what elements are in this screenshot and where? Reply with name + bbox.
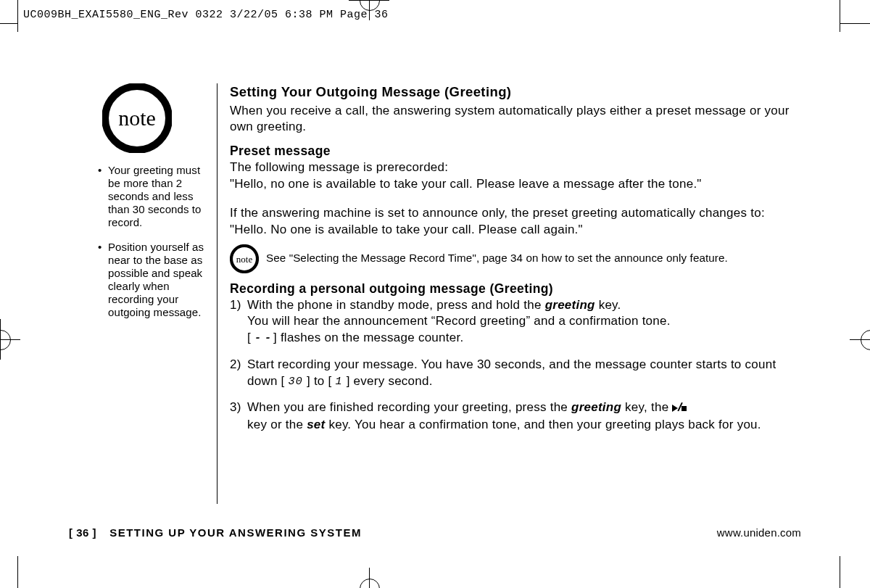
seven-segment-30-icon: 30 — [289, 375, 303, 389]
step-text: key, the — [621, 400, 672, 414]
crop-line — [840, 556, 840, 588]
crop-line — [0, 23, 17, 24]
step-text: When you are finished recording your gre… — [247, 400, 571, 414]
crop-target-right — [850, 319, 870, 360]
seven-segment-dash-icon — [254, 331, 270, 346]
subsection-heading: Preset message — [230, 143, 803, 160]
crop-target-top — [349, 0, 389, 20]
quoted-message: "Hello, no one is available to take your… — [230, 176, 803, 193]
body-text: The following message is prerecorded: — [230, 160, 803, 176]
quoted-message: "Hello. No one is available to take your… — [230, 222, 803, 239]
step-text: You will hear the announcement “Record g… — [247, 314, 671, 328]
main-column: Setting Your Outgoing Message (Greeting)… — [230, 83, 803, 444]
crop-target-left — [0, 319, 20, 360]
step-item: 3) When you are finished recording your … — [230, 399, 803, 433]
step-text: key. You hear a confirmation tone, and t… — [325, 418, 761, 431]
footer-url: www.uniden.com — [717, 526, 801, 539]
step-number: 2) — [230, 357, 241, 373]
crop-line — [840, 23, 870, 24]
page-body: note Your greeting must be more than 2 s… — [69, 83, 801, 518]
key-label: set — [307, 418, 325, 431]
sidebar-note-item: Your greeting must be more than 2 second… — [98, 164, 207, 229]
key-label: greeting — [571, 400, 621, 414]
step-text: With the phone in standby mode, press an… — [247, 298, 545, 312]
step-text: ] every second. — [343, 374, 433, 388]
step-text: [ — [247, 331, 254, 344]
step-number: 3) — [230, 399, 241, 416]
crop-target-bottom — [349, 568, 389, 588]
crop-line — [17, 0, 18, 32]
svg-text:note: note — [118, 106, 156, 130]
seven-segment-1-icon: 1 — [336, 375, 343, 389]
section-name: SETTING UP YOUR ANSWERING SYSTEM — [109, 526, 362, 539]
key-label: greeting — [545, 298, 595, 312]
crop-line — [17, 556, 18, 588]
intro-text: When you receive a call, the answering s… — [230, 103, 803, 136]
svg-text:note: note — [236, 254, 253, 265]
step-item: 2) Start recording your message. You hav… — [230, 357, 803, 390]
inline-note-row: note See "Selecting the Message Record T… — [230, 244, 803, 273]
page-footer: [ 36 ] SETTING UP YOUR ANSWERING SYSTEM … — [69, 526, 801, 539]
crop-line — [840, 0, 840, 32]
sidebar: note Your greeting must be more than 2 s… — [69, 83, 207, 331]
subsection-heading: Recording a personal outgoing message (G… — [230, 281, 803, 297]
steps-list: 1) With the phone in standby mode, press… — [230, 297, 803, 434]
section-heading: Setting Your Outgoing Message (Greeting) — [230, 83, 803, 102]
note-icon: note — [102, 83, 172, 153]
inline-note-text: See "Selecting the Message Record Time",… — [266, 251, 728, 265]
step-text: key. — [595, 298, 621, 312]
step-item: 1) With the phone in standby mode, press… — [230, 297, 803, 347]
play-stop-icon: / — [672, 400, 687, 417]
column-divider — [217, 83, 218, 504]
page-number: [ 36 ] — [69, 526, 96, 539]
body-text: If the answering machine is set to annou… — [230, 205, 803, 222]
step-text: ] flashes on the message counter. — [270, 331, 463, 344]
step-text: ] to [ — [303, 374, 336, 388]
sidebar-note-item: Position yourself as near to the base as… — [98, 241, 207, 319]
step-number: 1) — [230, 297, 241, 314]
note-icon: note — [230, 244, 259, 273]
sidebar-notes-list: Your greeting must be more than 2 second… — [69, 164, 207, 319]
print-job-tag: UC009BH_EXAI5580_ENG_Rev 0322 3/22/05 6:… — [23, 9, 389, 21]
step-text: key or the — [247, 418, 307, 431]
